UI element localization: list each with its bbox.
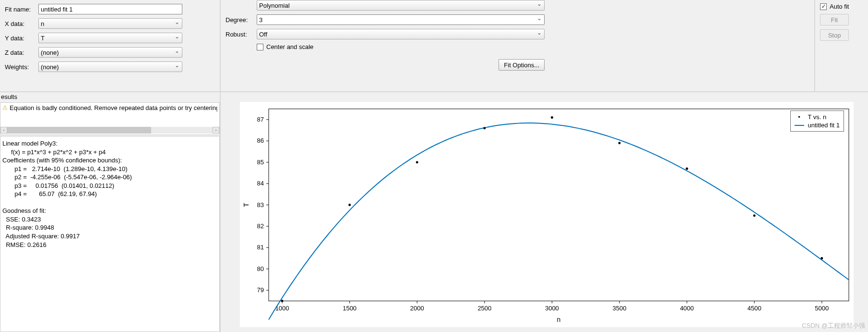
svg-text:80: 80 — [257, 265, 264, 272]
warning-text: Equation is badly conditioned. Remove re… — [10, 104, 217, 111]
legend[interactable]: • T vs. n untitled fit 1 — [790, 111, 844, 132]
fit-name-label: Fit name: — [5, 6, 38, 13]
zdata-select[interactable]: (none) — [38, 47, 182, 58]
svg-text:2000: 2000 — [410, 305, 424, 312]
svg-point-46 — [753, 214, 756, 217]
svg-text:5000: 5000 — [815, 305, 829, 312]
legend-fit-label: untitled fit 1 — [808, 122, 840, 129]
xdata-label: X data: — [5, 20, 38, 27]
svg-text:3500: 3500 — [613, 305, 627, 312]
results-panel: esults ⚠ Equation is badly conditioned. … — [0, 92, 221, 332]
svg-text:3000: 3000 — [545, 305, 559, 312]
warning-icon: ⚠ — [2, 104, 8, 111]
legend-data-label: T vs. n — [808, 113, 827, 121]
svg-text:83: 83 — [257, 201, 264, 209]
robust-label: Robust: — [226, 31, 257, 38]
degree-select[interactable]: 3 — [257, 14, 545, 25]
weights-select[interactable]: (none) — [38, 61, 182, 72]
svg-point-39 — [281, 300, 284, 302]
svg-text:1500: 1500 — [343, 305, 357, 312]
svg-text:T: T — [242, 203, 250, 207]
robust-select[interactable]: Off — [257, 29, 545, 39]
svg-text:84: 84 — [257, 180, 264, 187]
svg-text:81: 81 — [257, 244, 264, 251]
data-panel: Fit name: X data: n Y data: T Z data: (n… — [0, 0, 221, 91]
ydata-label: Y data: — [5, 35, 38, 42]
fit-name-input[interactable] — [38, 4, 182, 14]
warning-box: ⚠ Equation is badly conditioned. Remove … — [0, 102, 220, 135]
svg-point-42 — [483, 127, 486, 129]
fit-type-panel: Polynomial Degree: 3 Robust: Off Center … — [221, 0, 815, 91]
autofit-checkbox[interactable]: ✓ — [820, 3, 827, 10]
xdata-select[interactable]: n — [38, 18, 182, 29]
chart-panel: 1000150020002500300035004000450050007980… — [221, 92, 868, 332]
model-results-text: Linear model Poly3: f(x) = p1*x^3 + p2*x… — [0, 136, 220, 332]
svg-point-41 — [416, 161, 418, 163]
svg-text:87: 87 — [257, 116, 264, 123]
fit-chart[interactable]: 1000150020002500300035004000450050007980… — [240, 102, 854, 327]
autofit-label: Auto fit — [830, 3, 849, 10]
svg-text:4500: 4500 — [748, 305, 761, 312]
results-header: esults — [0, 92, 220, 101]
svg-point-45 — [686, 168, 688, 170]
fit-options-button[interactable]: Fit Options... — [499, 59, 545, 71]
svg-text:85: 85 — [257, 159, 264, 166]
svg-point-47 — [820, 257, 823, 259]
svg-text:2500: 2500 — [477, 305, 491, 312]
center-scale-checkbox[interactable] — [257, 44, 263, 50]
scroll-left-button[interactable]: ‹ — [0, 127, 7, 134]
svg-text:79: 79 — [257, 286, 264, 294]
scroll-right-button[interactable]: › — [213, 127, 219, 134]
svg-point-44 — [618, 142, 621, 144]
legend-line-icon — [795, 125, 804, 126]
svg-point-43 — [551, 116, 553, 119]
svg-text:86: 86 — [257, 137, 264, 144]
fit-type-select[interactable]: Polynomial — [257, 0, 545, 11]
degree-label: Degree: — [226, 16, 257, 24]
hscroll-thumb[interactable] — [7, 127, 151, 134]
center-scale-label: Center and scale — [266, 43, 313, 50]
svg-text:82: 82 — [257, 222, 264, 230]
svg-rect-0 — [269, 109, 849, 301]
svg-text:4000: 4000 — [680, 305, 694, 312]
stop-button[interactable]: Stop — [820, 29, 849, 41]
ydata-select[interactable]: T — [38, 33, 182, 43]
fit-button[interactable]: Fit — [820, 14, 849, 25]
svg-point-40 — [348, 204, 351, 206]
zdata-label: Z data: — [5, 49, 38, 56]
svg-text:n: n — [557, 316, 561, 323]
legend-marker-icon: • — [795, 113, 804, 121]
action-panel: ✓ Auto fit Fit Stop — [815, 0, 868, 91]
weights-label: Weights: — [5, 63, 38, 71]
